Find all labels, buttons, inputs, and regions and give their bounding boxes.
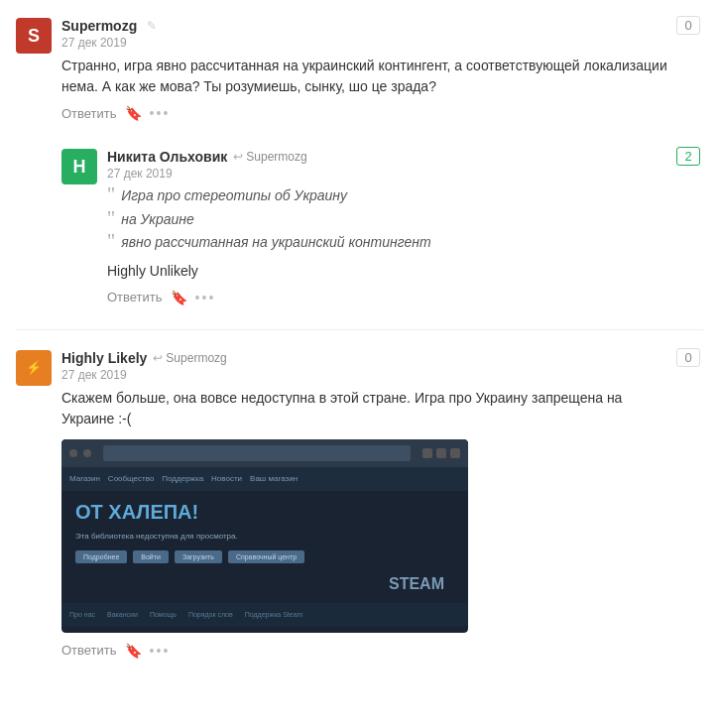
steam-btn-4: Справочный центр [228, 550, 304, 563]
avatar-nikita: Н [61, 149, 97, 184]
bookmark-icon-supermozg[interactable]: 🔖 [125, 105, 142, 121]
vote-badge-nikita: 2 [676, 147, 700, 166]
more-icon-nikita[interactable]: ••• [195, 290, 216, 305]
reply-button-nikita[interactable]: Ответить [107, 290, 163, 304]
comment-text-hl: Скажем больше, она вовсе недоступна в эт… [61, 388, 673, 429]
comment-text-supermozg: Странно, игра явно рассчитанная на украи… [61, 56, 673, 97]
more-icon-supermozg[interactable]: ••• [150, 105, 171, 121]
browser-dot-2 [83, 449, 91, 457]
tab-item-5: Ваш магазин [250, 474, 298, 483]
action-bar-nikita: Ответить 🔖 ••• [107, 290, 431, 305]
footer-link-4: Порядок слов [188, 611, 233, 618]
blockquote-marks-3: " [107, 231, 115, 251]
vote-area-supermozg: 0 [673, 10, 703, 35]
avatar-letter-hl: ⚡ [26, 360, 42, 375]
comment-supermozg: S Supermozg ✎ 27 дек 2019 Странно, игра … [16, 10, 703, 141]
browser-icon-2 [436, 448, 446, 458]
vote-area-nikita: 2 [673, 141, 703, 166]
steam-logo-area: STEAM [75, 575, 454, 593]
comment-highly-likely: ⚡ Highly Likely ↩ Supermozg 27 дек 2019 … [16, 342, 703, 678]
blockquote-marks-2: " [107, 208, 115, 228]
screenshot-container: Магазин Сообщество Поддержка Новости Ваш… [61, 439, 468, 633]
blockquote-text-1: Игра про стереотипы об Украину [121, 186, 347, 206]
action-bar-hl: Ответить 🔖 ••• [61, 643, 673, 659]
avatar-supermozg: S [16, 18, 52, 54]
steam-btn-1: Подробнее [75, 550, 127, 563]
timestamp-hl: 27 дек 2019 [61, 368, 673, 382]
comment-content-nikita: Никита Ольховик ↩ Supermozg 27 дек 2019 … [107, 149, 431, 305]
comment-body-highly-likely: ⚡ Highly Likely ↩ Supermozg 27 дек 2019 … [16, 342, 673, 667]
vote-badge-hl: 0 [676, 348, 700, 367]
browser-url-bar [103, 445, 411, 461]
steam-btn-3: Загрузить [175, 550, 222, 563]
comment-body-supermozg: S Supermozg ✎ 27 дек 2019 Странно, игра … [16, 10, 673, 129]
avatar-highly-likely: ⚡ [16, 350, 52, 386]
comment-nikita: Н Никита Ольховик ↩ Supermozg 27 дек 201… [61, 141, 703, 325]
comment-header-nikita: Никита Ольховик ↩ Supermozg [107, 149, 431, 165]
screenshot-tabs: Магазин Сообщество Поддержка Новости Ваш… [61, 467, 468, 491]
vote-area-hl: 0 [673, 342, 703, 367]
footer-link-2: Вакансии [107, 611, 138, 618]
reply-arrow-icon-hl: ↩ [153, 351, 163, 365]
comment-content-highly-likely: Highly Likely ↩ Supermozg 27 дек 2019 Ск… [61, 350, 673, 659]
blockquote-2: " на Украине [107, 210, 431, 230]
vote-badge-supermozg: 0 [676, 16, 700, 35]
reply-to-label-hl: Supermozg [166, 351, 226, 365]
reply-button-supermozg[interactable]: Ответить [61, 106, 117, 121]
username-supermozg: Supermozg [61, 18, 137, 34]
screenshot-content: ОТ ХАЛЕПА! Эта библиотека недоступна для… [61, 491, 468, 603]
timestamp-supermozg: 27 дек 2019 [61, 36, 673, 50]
blockquote-marks-1: " [107, 184, 115, 204]
more-icon-hl[interactable]: ••• [150, 643, 171, 659]
blockquote-text-3: явно рассчитанная на украинский континге… [121, 233, 430, 253]
browser-icon-3 [450, 448, 460, 458]
footer-link-3: Помощь [150, 611, 177, 618]
blockquote-text-2: на Украине [121, 210, 194, 230]
comment-text-nikita: Highly Unlikely [107, 261, 431, 282]
tab-item-3: Поддержка [162, 474, 203, 483]
reply-arrow-icon: ↩ [233, 150, 243, 164]
comment-content-supermozg: Supermozg ✎ 27 дек 2019 Странно, игра яв… [61, 18, 673, 121]
reply-to-label: Supermozg [246, 150, 306, 164]
footer-link-5: Поддержка Steam [245, 611, 303, 618]
steam-error-title: ОТ ХАЛЕПА! [75, 501, 454, 524]
action-bar-supermozg: Ответить 🔖 ••• [61, 105, 673, 121]
steam-button-group: Подробнее Войти Загрузить Справочный цен… [75, 550, 454, 563]
divider [16, 329, 703, 330]
browser-icon-group [422, 448, 460, 458]
reply-to-hl: ↩ Supermozg [153, 351, 226, 365]
steam-footer: Про нас Вакансии Помощь Порядок слов Под… [61, 603, 468, 627]
steam-error-subtext: Эта библиотека недоступна для просмотра. [75, 532, 454, 541]
avatar-letter-nikita: Н [73, 157, 86, 178]
browser-icon-1 [422, 448, 432, 458]
edit-icon-supermozg[interactable]: ✎ [147, 19, 157, 33]
blockquote-1: " Игра про стереотипы об Украину [107, 186, 431, 206]
footer-link-1: Про нас [69, 611, 95, 618]
screenshot-browser-bar [61, 439, 468, 467]
tab-item-4: Новости [211, 474, 242, 483]
username-nikita: Никита Ольховик [107, 149, 227, 165]
bookmark-icon-nikita[interactable]: 🔖 [171, 290, 187, 305]
nested-replies: Н Никита Ольховик ↩ Supermozg 27 дек 201… [61, 141, 703, 325]
comment-header-supermozg: Supermozg ✎ [61, 18, 673, 34]
reply-to-nikita: ↩ Supermozg [233, 150, 306, 164]
browser-dot-1 [69, 449, 77, 457]
tab-item-2: Сообщество [108, 474, 154, 483]
username-highly-likely: Highly Likely [61, 350, 147, 366]
avatar-letter: S [28, 26, 40, 47]
tab-item-1: Магазин [69, 474, 100, 483]
blockquote-3: " явно рассчитанная на украинский контин… [107, 233, 431, 253]
comment-section: S Supermozg ✎ 27 дек 2019 Странно, игра … [0, 0, 719, 688]
steam-logo: STEAM [389, 575, 444, 593]
timestamp-nikita: 27 дек 2019 [107, 167, 431, 181]
comment-body-nikita: Н Никита Ольховик ↩ Supermozg 27 дек 201… [61, 141, 431, 313]
bookmark-icon-hl[interactable]: 🔖 [125, 643, 142, 659]
steam-btn-2: Войти [133, 550, 169, 563]
blockquotes-nikita: " Игра про стереотипы об Украину " на Ук… [107, 186, 431, 253]
reply-button-hl[interactable]: Ответить [61, 643, 117, 658]
screenshot-image: Магазин Сообщество Поддержка Новости Ваш… [61, 439, 468, 633]
comment-header-hl: Highly Likely ↩ Supermozg [61, 350, 673, 366]
